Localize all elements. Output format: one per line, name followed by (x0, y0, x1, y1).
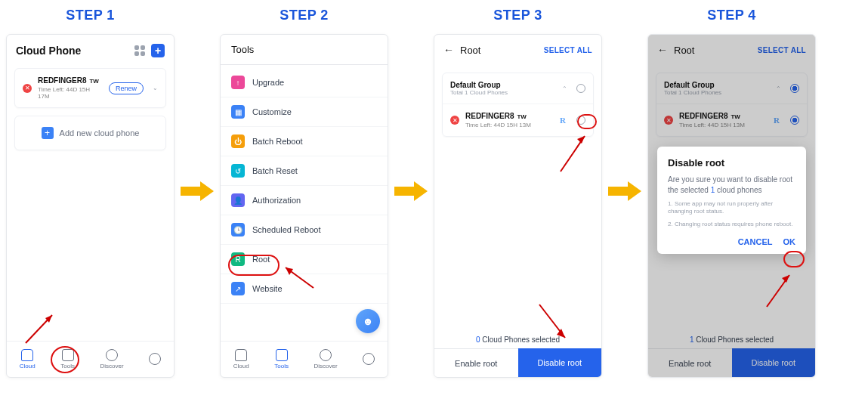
tool-upgrade[interactable]: ↑Upgrade (221, 68, 388, 97)
device-card[interactable]: ✕ REDFINGER8TW Time Left: 44D 15H 17M Re… (14, 68, 166, 108)
select-all-button[interactable]: SELECT ALL (544, 46, 592, 54)
tool-batch-reboot[interactable]: ⏻Batch Reboot (221, 127, 388, 156)
plus-icon: + (42, 127, 54, 139)
modal-note-1: 1. Some app may not run properly after c… (668, 200, 795, 216)
device-row[interactable]: ✕ REDFINGER8TW Time Left: 44D 15H 13M R (443, 104, 593, 136)
step-4-title: STEP 4 (707, 8, 756, 23)
step-arrow-3 (602, 8, 647, 201)
device-name: REDFINGER8TW (465, 112, 554, 120)
nav-cloud[interactable]: Cloud (233, 349, 249, 369)
time-left: Time Left: 44D 15H 17M (38, 86, 103, 100)
bottom-nav: Cloud Tools Discover (221, 341, 388, 377)
website-icon: ↗ (231, 282, 245, 295)
nav-cloud[interactable]: Cloud (20, 349, 36, 369)
me-icon (149, 353, 161, 365)
assistant-icon[interactable]: ☻ (356, 309, 380, 333)
step3-screen: ← Root SELECT ALL Default Group Total 1 … (434, 34, 602, 378)
svg-marker-2 (181, 181, 214, 201)
modal-body: Are you sure you want to disable root th… (668, 175, 795, 196)
step-arrow-2 (388, 8, 434, 201)
step-3-title: STEP 3 (493, 8, 542, 23)
cloud-icon (235, 349, 247, 361)
add-button[interactable]: + (151, 44, 165, 57)
renew-button[interactable]: Renew (109, 82, 144, 94)
svg-marker-10 (608, 181, 641, 201)
modal-title: Disable root (668, 157, 795, 168)
reset-icon: ↺ (231, 164, 245, 178)
group-card: Default Group Total 1 Cloud Phones ⌃ ✕ R… (442, 73, 594, 137)
device-name: REDFINGER8TW (38, 76, 103, 85)
tool-scheduled-reboot[interactable]: 🕒Scheduled Reboot (221, 215, 388, 245)
nav-discover[interactable]: Discover (100, 349, 124, 369)
svg-line-6 (561, 136, 585, 172)
grid-view-icon[interactable] (134, 45, 145, 56)
chevron-down-icon[interactable]: ⌄ (153, 85, 158, 91)
tools-icon (62, 349, 74, 361)
reboot-icon: ⏻ (231, 134, 245, 148)
bottom-nav: Cloud Tools Discover (7, 341, 174, 377)
svg-marker-5 (394, 181, 428, 201)
cloud-icon (21, 349, 33, 361)
status-dot-icon: ✕ (450, 116, 459, 125)
group-radio[interactable] (576, 84, 585, 93)
discover-icon (106, 349, 118, 361)
nav-tools[interactable]: Tools (60, 349, 75, 369)
modal-note-2: 2. Changing root status requires phone r… (668, 221, 795, 228)
auth-icon: 👤 (231, 193, 245, 207)
tool-authorization[interactable]: 👤Authorization (221, 186, 388, 215)
enable-root-button[interactable]: Enable root (434, 348, 518, 377)
step-arrow-1 (175, 8, 220, 201)
root-title: Root (460, 45, 480, 56)
root-icon: R (231, 252, 245, 266)
nav-discover[interactable]: Discover (314, 349, 338, 369)
tool-customize[interactable]: ▦Customize (221, 97, 388, 127)
selected-count-bar: 0 Cloud Phones selected (434, 331, 601, 348)
customize-icon: ▦ (231, 105, 245, 119)
discover-icon (320, 349, 332, 361)
step1-screen: Cloud Phone + ✕ REDFINGER8TW Time Left: … (6, 34, 175, 378)
tools-icon (276, 349, 288, 361)
tool-website[interactable]: ↗Website (221, 274, 388, 304)
chevron-up-icon: ⌃ (562, 85, 567, 92)
tool-root[interactable]: RRoot (221, 245, 388, 274)
group-header[interactable]: Default Group Total 1 Cloud Phones ⌃ (443, 73, 593, 104)
me-icon (363, 353, 375, 365)
group-subtitle: Total 1 Cloud Phones (450, 89, 558, 96)
add-cloud-phone-button[interactable]: + Add new cloud phone (14, 116, 166, 150)
step-1-title: STEP 1 (66, 8, 115, 23)
step2-screen: Tools ↑Upgrade ▦Customize ⏻Batch Reboot … (220, 34, 388, 378)
group-name: Default Group (450, 81, 558, 89)
tool-batch-reset[interactable]: ↺Batch Reset (221, 156, 388, 186)
time-left: Time Left: 44D 15H 13M (465, 122, 554, 128)
status-dot-icon: ✕ (23, 84, 32, 93)
svg-marker-7 (577, 136, 585, 144)
annotation-arrow (553, 130, 591, 175)
device-radio[interactable] (576, 116, 585, 125)
modal-cancel-button[interactable]: CANCEL (738, 237, 773, 246)
nav-tools[interactable]: Tools (274, 349, 289, 369)
svg-line-0 (26, 315, 52, 343)
disable-root-button[interactable]: Disable root (518, 348, 602, 377)
step-2-title: STEP 2 (280, 8, 329, 23)
cloud-phone-title: Cloud Phone (16, 45, 81, 57)
step4-screen: ← Root SELECT ALL Default Group Total 1 … (647, 34, 816, 378)
clock-icon: 🕒 (231, 223, 245, 237)
upgrade-icon: ↑ (231, 76, 245, 89)
svg-marker-1 (45, 315, 52, 323)
nav-me[interactable] (149, 353, 161, 366)
disable-root-modal: Disable root Are you sure you want to di… (657, 147, 806, 254)
back-icon[interactable]: ← (443, 44, 454, 56)
nav-me[interactable] (363, 353, 375, 366)
root-badge-icon: R (560, 116, 566, 125)
modal-ok-button[interactable]: OK (783, 237, 796, 246)
tools-title: Tools (221, 35, 388, 65)
